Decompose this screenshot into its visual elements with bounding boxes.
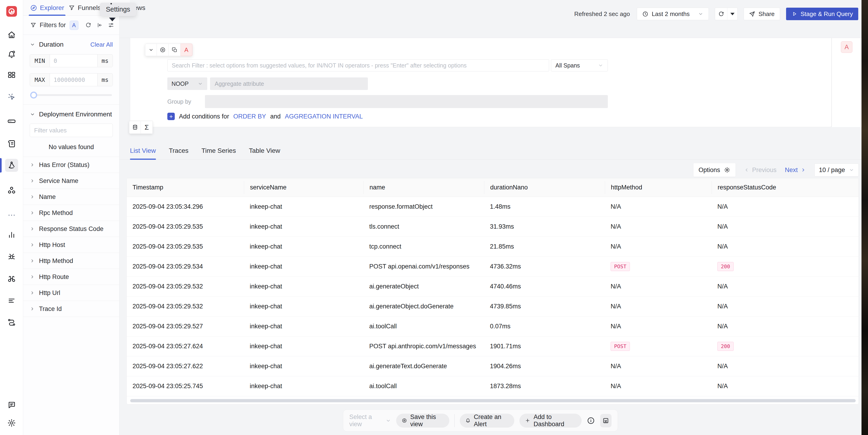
aggregation-interval-link[interactable]: AGGREGATION INTERVAL	[285, 113, 363, 120]
query-a-badge[interactable]: A	[181, 43, 192, 56]
col-timestamp[interactable]: Timestamp	[127, 184, 244, 191]
share-button[interactable]: Share	[744, 8, 780, 20]
filter-settings-button[interactable]	[108, 22, 114, 28]
table-row[interactable]: 2025-09-04 23:05:29.534inkeep-chatPOST a…	[127, 257, 859, 277]
filter-section-http-url[interactable]: Http Url	[23, 285, 119, 301]
chevron-right-icon	[30, 162, 35, 167]
aggregate-attribute-input[interactable]: Aggregate attribute	[210, 77, 368, 90]
services-nav[interactable]	[5, 91, 18, 103]
flows-nav[interactable]	[5, 294, 18, 307]
table-row[interactable]: 2025-09-04 23:05:29.532inkeep-chatai.gen…	[127, 277, 859, 297]
search-filter-input[interactable]: Search Filter : select options from sugg…	[167, 59, 549, 71]
add-formula-button[interactable]: Σ	[141, 121, 153, 134]
table-row[interactable]: 2025-09-04 23:05:29.535inkeep-chattls.co…	[127, 217, 859, 237]
cell-service: inkeep-chat	[244, 263, 364, 270]
table-row[interactable]: 2025-09-04 23:05:25.745inkeep-chatai.too…	[127, 376, 859, 396]
refresh-options-button[interactable]	[727, 8, 737, 20]
create-alert-button[interactable]: Create an Alert	[460, 414, 515, 428]
table-row[interactable]: 2025-09-04 23:05:34.296inkeep-chatrespon…	[127, 197, 859, 217]
clear-all-link[interactable]: Clear All	[90, 41, 113, 48]
messaging-queues-nav[interactable]	[5, 184, 18, 197]
duration-collapse-toggle[interactable]	[30, 42, 35, 47]
order-by-link[interactable]: ORDER BY	[233, 113, 266, 120]
query-a-chip[interactable]: A	[70, 21, 79, 30]
tab-funnels[interactable]: Funnels	[68, 0, 101, 16]
filter-section-rpc-method[interactable]: Rpc Method	[23, 205, 119, 221]
page-size-select[interactable]: 10 / page	[814, 164, 859, 176]
compass-icon	[30, 4, 37, 11]
explore-nav[interactable]	[5, 272, 18, 286]
tab-traces[interactable]: Traces	[169, 142, 189, 160]
query-a-side-badge[interactable]: A	[841, 41, 852, 53]
sync-filters-button[interactable]	[85, 22, 91, 28]
filter-section-name[interactable]: Name	[23, 189, 119, 205]
settings-nav[interactable]	[5, 416, 18, 429]
filter-section-http-host[interactable]: Http Host	[23, 237, 119, 253]
stage-run-query-button[interactable]: Stage & Run Query	[786, 8, 858, 20]
info-button[interactable]	[587, 416, 595, 425]
refresh-button[interactable]	[715, 8, 727, 20]
time-range-select[interactable]: Last 2 months	[637, 8, 709, 20]
filter-section-http-route[interactable]: Http Route	[23, 269, 119, 285]
max-input[interactable]: 100000000	[50, 73, 97, 86]
deployment-collapse-toggle[interactable]	[30, 111, 35, 117]
save-view-button[interactable]: Save this view	[396, 414, 449, 428]
cell-service: inkeep-chat	[244, 223, 364, 230]
min-input[interactable]: 0	[50, 55, 97, 67]
table-row[interactable]: 2025-09-04 23:05:29.535inkeep-chattcp.co…	[127, 237, 859, 257]
home-nav[interactable]	[5, 28, 18, 41]
add-condition-button[interactable]: +	[167, 113, 175, 120]
alerts-nav[interactable]	[5, 48, 18, 61]
download-image-button[interactable]	[600, 414, 612, 427]
dashboards-nav[interactable]	[5, 68, 18, 81]
add-query-button[interactable]	[129, 121, 141, 134]
tab-traces-label: Traces	[169, 147, 189, 155]
options-button[interactable]: Options	[693, 163, 736, 177]
support-nav[interactable]	[5, 398, 18, 411]
signoz-logo[interactable]	[6, 6, 17, 17]
table-row[interactable]: 2025-09-04 23:05:27.622inkeep-chatai.gen…	[127, 357, 859, 376]
deployment-filter-input[interactable]: Filter values	[30, 124, 113, 137]
metrics-nav[interactable]	[5, 228, 18, 241]
filter-section-has-error[interactable]: Has Error (Status)	[23, 157, 119, 173]
collapse-sidebar-button[interactable]	[97, 22, 103, 28]
toggle-query-visibility-button[interactable]	[157, 43, 169, 56]
clone-query-button[interactable]	[169, 43, 181, 56]
exceptions-nav[interactable]	[5, 250, 18, 263]
add-to-dashboard-button[interactable]: Add to Dashboard	[519, 414, 581, 428]
select-view-dropdown[interactable]: Select a view	[349, 413, 391, 428]
duration-title: Duration	[39, 41, 64, 48]
filter-section-trace-id[interactable]: Trace Id	[23, 301, 119, 317]
page-header: Refreshed 2 sec ago Last 2 months Share …	[120, 0, 862, 28]
col-service-name[interactable]: serviceName	[244, 181, 364, 194]
col-http-method[interactable]: httpMethod	[605, 181, 712, 194]
filter-section-service-name[interactable]: Service Name	[23, 173, 119, 189]
table-row[interactable]: 2025-09-04 23:05:27.624inkeep-chatPOST a…	[127, 336, 859, 357]
table-row[interactable]: 2025-09-04 23:05:29.532inkeep-chatai.gen…	[127, 297, 859, 316]
table-header-row: Timestamp serviceName name durationNano …	[127, 178, 859, 197]
group-by-input[interactable]	[205, 95, 608, 108]
tab-list-view[interactable]: List View	[130, 142, 156, 160]
next-page-button[interactable]: Next	[785, 166, 806, 174]
col-response-status[interactable]: responseStatusCode	[712, 181, 859, 194]
tab-explorer[interactable]: Explorer	[30, 0, 64, 16]
pipelines-nav[interactable]	[5, 316, 18, 329]
horizontal-scrollbar[interactable]	[130, 399, 856, 402]
logs-nav[interactable]	[5, 137, 18, 150]
tab-time-series[interactable]: Time Series	[202, 142, 236, 160]
tab-table-view[interactable]: Table View	[249, 142, 280, 160]
filter-section-http-method[interactable]: Http Method	[23, 253, 119, 269]
traces-nav[interactable]	[5, 159, 18, 172]
aggregate-operator-select[interactable]: NOOP	[167, 77, 207, 90]
filter-section-response-status[interactable]: Response Status Code	[23, 221, 119, 237]
table-row[interactable]: 2025-09-04 23:05:29.527inkeep-chatai.too…	[127, 316, 859, 336]
col-duration[interactable]: durationNano	[484, 181, 605, 194]
collapse-query-button[interactable]	[145, 43, 157, 56]
slider-handle[interactable]	[30, 92, 37, 99]
span-scope-select[interactable]: All Spans	[551, 59, 608, 71]
previous-page-button[interactable]: Previous	[744, 166, 777, 174]
duration-slider[interactable]	[31, 94, 112, 96]
col-name[interactable]: name	[364, 181, 484, 194]
infrastructure-nav[interactable]	[5, 115, 18, 128]
more-nav[interactable]	[5, 209, 18, 222]
